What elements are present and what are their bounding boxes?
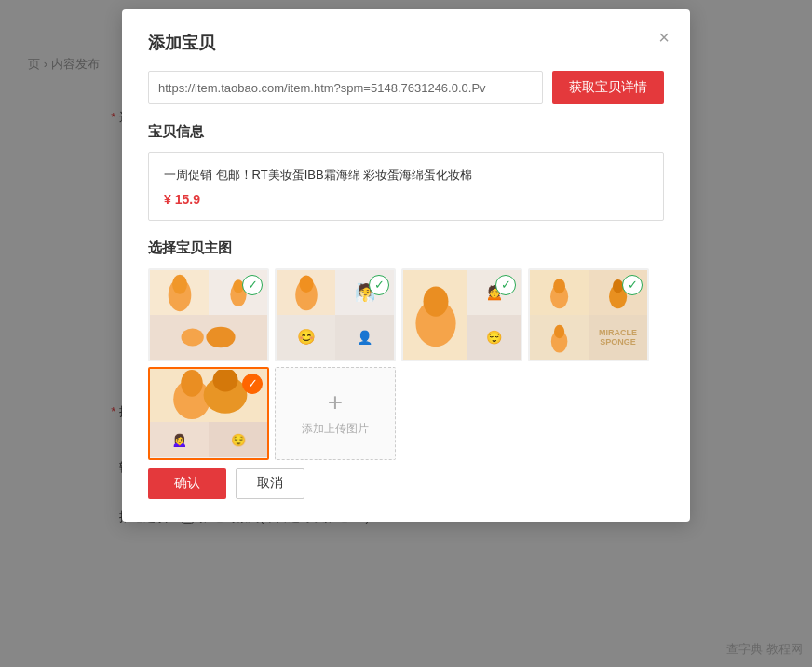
image-section-title: 选择宝贝主图: [148, 239, 664, 257]
svg-point-1: [172, 274, 187, 293]
svg-point-4: [182, 328, 204, 346]
modal-footer: 确认 取消: [148, 468, 664, 499]
svg-point-11: [553, 279, 565, 293]
image-row-1: ✓ 🧖 😊 👤 ✓: [148, 268, 664, 361]
add-image-button[interactable]: + 添加上传图片: [275, 367, 396, 460]
svg-point-5: [206, 326, 235, 347]
add-product-modal: 添加宝贝 × 获取宝贝详情 宝贝信息 一周促销 包邮！RT美妆蛋IBB霜海绵 彩…: [122, 9, 690, 522]
modal-overlay: 添加宝贝 × 获取宝贝详情 宝贝信息 一周促销 包邮！RT美妆蛋IBB霜海绵 彩…: [0, 0, 812, 667]
image-item-3[interactable]: 🙍 😌 ✓: [401, 268, 522, 361]
fetch-button[interactable]: 获取宝贝详情: [552, 71, 664, 104]
svg-point-7: [299, 275, 313, 292]
image-item-5[interactable]: 🙍‍♀️ 😌 ✓: [148, 367, 269, 460]
svg-point-17: [181, 370, 202, 397]
check-badge-2: ✓: [369, 275, 389, 295]
check-badge-3: ✓: [495, 275, 516, 295]
check-badge-4: ✓: [622, 275, 643, 295]
url-input[interactable]: [148, 71, 543, 104]
svg-point-15: [554, 324, 564, 337]
check-badge-1: ✓: [242, 275, 263, 295]
confirm-button[interactable]: 确认: [148, 468, 226, 499]
svg-point-13: [613, 279, 623, 293]
image-row-2: 🙍‍♀️ 😌 ✓ + 添加上传图片: [148, 367, 664, 460]
close-button[interactable]: ×: [658, 28, 670, 47]
svg-point-9: [423, 286, 448, 316]
image-item-1[interactable]: ✓: [148, 268, 269, 361]
product-name: 一周促销 包邮！RT美妆蛋IBB霜海绵 彩妆蛋海绵蛋化妆棉: [164, 166, 648, 184]
image-item-2[interactable]: 🧖 😊 👤 ✓: [275, 268, 396, 361]
cancel-button[interactable]: 取消: [236, 468, 304, 499]
plus-icon: +: [328, 389, 343, 415]
modal-title: 添加宝贝: [148, 32, 664, 54]
product-info-box: 一周促销 包邮！RT美妆蛋IBB霜海绵 彩妆蛋海绵蛋化妆棉 ¥ 15.9: [148, 152, 664, 221]
product-price: ¥ 15.9: [164, 192, 648, 207]
image-item-4[interactable]: MIRACLESPONGE ✓: [528, 268, 649, 361]
product-info-title: 宝贝信息: [148, 123, 664, 141]
check-badge-5-selected: ✓: [242, 374, 263, 394]
url-row: 获取宝贝详情: [148, 71, 664, 104]
